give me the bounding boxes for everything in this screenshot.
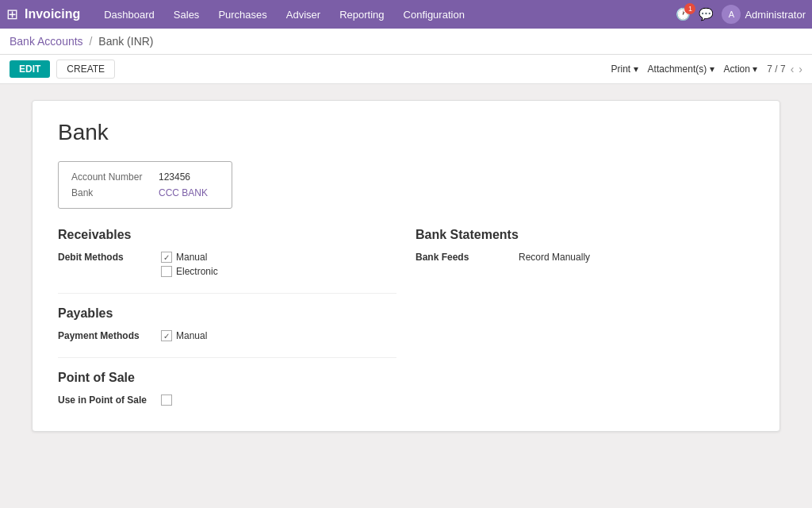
pos-checkbox[interactable] <box>161 394 172 406</box>
nav-menu: Dashboard Sales Purchases Adviser Report… <box>96 6 676 24</box>
electronic-checkbox[interactable] <box>161 266 172 277</box>
receivables-section: Receivables Debit Methods ✓ Manual Elect… <box>58 228 396 412</box>
form-title: Bank <box>58 120 754 145</box>
pos-row: Use in Point of Sale <box>58 394 396 406</box>
breadcrumb-bar: Bank Accounts / Bank (INR) <box>0 29 812 55</box>
activity-icon[interactable]: 🕐 1 <box>676 7 691 21</box>
manual-label: Manual <box>176 252 207 263</box>
nav-configuration[interactable]: Configuration <box>396 6 473 24</box>
receivables-title: Receivables <box>58 228 396 242</box>
pager-text: 7 / 7 <box>767 64 785 75</box>
bank-value[interactable]: CCC BANK <box>159 187 208 198</box>
form-card: Bank Account Number 123456 Bank CCC BANK… <box>32 100 780 432</box>
nav-reporting[interactable]: Reporting <box>331 6 392 24</box>
action-bar: EDIT CREATE Print ▾ Attachment(s) ▾ Acti… <box>0 55 812 84</box>
user-name: Administrator <box>745 9 806 21</box>
nav-purchases[interactable]: Purchases <box>210 6 274 24</box>
nav-right: 🕐 1 💬 A Administrator <box>676 5 806 24</box>
edit-button[interactable]: EDIT <box>10 60 50 78</box>
app-name: Invoicing <box>25 7 80 21</box>
top-navigation: ⊞ Invoicing Dashboard Sales Purchases Ad… <box>0 0 812 29</box>
pager-next[interactable]: › <box>799 63 802 75</box>
account-number-value: 123456 <box>159 171 190 183</box>
attachments-dropdown[interactable]: Attachment(s) ▾ <box>648 64 714 75</box>
pager: 7 / 7 ‹ › <box>767 63 802 75</box>
nav-sales[interactable]: Sales <box>166 6 208 24</box>
debit-methods-label: Debit Methods <box>58 252 161 263</box>
debit-method-electronic: Electronic <box>161 266 218 277</box>
main-content: Bank Account Number 123456 Bank CCC BANK… <box>0 84 812 448</box>
bank-statements-title: Bank Statements <box>416 228 754 242</box>
create-button[interactable]: CREATE <box>56 60 115 79</box>
avatar: A <box>722 5 741 24</box>
debit-methods-row: Debit Methods ✓ Manual Electronic <box>58 252 396 280</box>
sections-grid: Receivables Debit Methods ✓ Manual Elect… <box>58 228 754 412</box>
payment-method-manual: ✓ Manual <box>161 330 207 341</box>
bank-row: Bank CCC BANK <box>71 187 219 198</box>
pos-label: Use in Point of Sale <box>58 394 161 406</box>
message-icon[interactable]: 💬 <box>699 7 714 21</box>
breadcrumb-parent[interactable]: Bank Accounts <box>10 35 83 48</box>
pos-title: Point of Sale <box>58 371 396 385</box>
payment-methods-row: Payment Methods ✓ Manual <box>58 330 396 344</box>
user-menu[interactable]: A Administrator <box>722 5 806 24</box>
bank-statements-section: Bank Statements Bank Feeds Record Manual… <box>416 228 754 412</box>
manual-checkbox[interactable]: ✓ <box>161 252 172 263</box>
debit-methods-options: ✓ Manual Electronic <box>161 252 218 280</box>
activity-badge: 1 <box>684 3 695 14</box>
payment-manual-checkbox[interactable]: ✓ <box>161 330 172 341</box>
payment-methods-options: ✓ Manual <box>161 330 207 344</box>
nav-dashboard[interactable]: Dashboard <box>96 6 163 24</box>
bank-feeds-label: Bank Feeds <box>416 252 519 263</box>
electronic-label: Electronic <box>176 266 218 277</box>
account-info-box: Account Number 123456 Bank CCC BANK <box>58 161 232 209</box>
right-actions: Print ▾ Attachment(s) ▾ Action ▾ 7 / 7 ‹… <box>611 63 802 75</box>
bank-label: Bank <box>71 187 159 198</box>
payment-manual-label: Manual <box>176 330 207 341</box>
debit-method-manual: ✓ Manual <box>161 252 218 263</box>
pager-prev[interactable]: ‹ <box>791 63 795 75</box>
account-number-row: Account Number 123456 <box>71 171 219 183</box>
print-dropdown[interactable]: Print ▾ <box>611 64 638 75</box>
app-grid-icon[interactable]: ⊞ <box>6 6 18 23</box>
payables-title: Payables <box>58 306 396 321</box>
payment-methods-label: Payment Methods <box>58 330 161 341</box>
breadcrumb: Bank Accounts / Bank (INR) <box>10 35 154 48</box>
bank-feeds-row: Bank Feeds Record Manually <box>416 252 754 263</box>
nav-adviser[interactable]: Adviser <box>278 6 328 24</box>
breadcrumb-separator: / <box>90 35 93 48</box>
breadcrumb-current: Bank (INR) <box>98 35 153 48</box>
account-number-label: Account Number <box>71 171 159 183</box>
action-dropdown[interactable]: Action ▾ <box>724 64 758 75</box>
bank-feeds-value: Record Manually <box>519 252 590 263</box>
